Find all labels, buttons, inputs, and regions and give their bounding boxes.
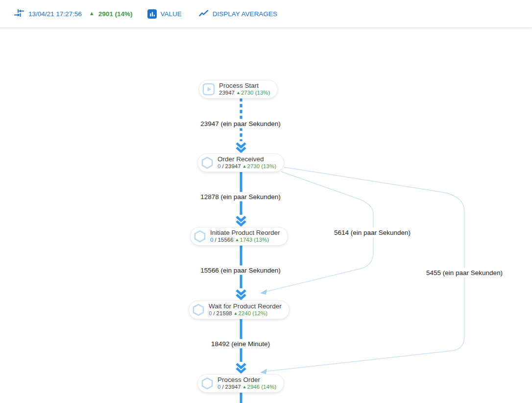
triangle-up-icon: ▲ [242,164,247,169]
node-count: 15566 [218,237,234,244]
node-process-order[interactable]: Process Order 0 / 23947 ▲2946 (14%) [197,374,284,393]
node-title: Wait for Product Reorder [209,302,282,310]
node-title: Process Order [218,376,276,384]
node-order-received[interactable]: Order Received 0 / 23947 ▲2730 (13%) [197,153,284,172]
value-button-label: VALUE [161,10,182,18]
node-count: 21598 [217,310,232,317]
compare-arrows-icon [14,9,24,19]
delta-badge: ▲ 2901 (14%) [89,10,133,18]
bar-chart-icon [147,9,157,19]
node-initiate-product-reorder[interactable]: Initiate Product Reorder 0 / 15566 ▲1743… [190,227,288,246]
edge-label: 18492 (eine Minute) [209,339,272,349]
edge-arrowhead-wait [260,289,267,295]
node-count: 23947 [225,384,241,391]
triangle-up-icon: ▲ [242,385,247,389]
node-current: 0 [209,310,212,317]
display-averages-button[interactable]: DISPLAY AVERAGES [199,9,277,19]
edge-label: 5455 (ein paar Sekunden) [424,268,505,277]
edge-label: 12878 (ein paar Sekunden) [198,192,283,202]
node-count: 23947 [219,90,235,97]
node-separator: / [215,237,216,244]
triangle-up-icon: ▲ [234,311,238,316]
node-process-start[interactable]: Process Start 23947 ▲2730 (13%) [199,80,278,99]
delta-badge-label: 2901 (14%) [98,10,133,18]
node-wait-for-product-reorder[interactable]: Wait for Product Reorder 0 / 21598 ▲2240… [189,301,290,319]
node-delta: ▲1743 (13%) [235,237,269,244]
node-delta: ▲2240 (12%) [234,310,267,317]
node-delta: ▲2730 (13%) [242,163,276,170]
node-title: Initiate Product Reorder [210,229,280,237]
edge-label: 15566 (ein paar Sekunden) [198,266,283,275]
edge-label: 23947 (ein paar Sekunden) [198,119,283,128]
node-delta: ▲2730 (13%) [236,90,270,97]
node-separator: / [222,384,223,391]
hexagon-icon [201,377,214,390]
hexagon-icon [192,303,205,316]
process-flow-canvas: 23947 (ein paar Sekunden) 12878 (ein paa… [0,28,532,403]
hexagon-icon [193,230,206,243]
toolbar: 13/04/21 17:27:56 ▲ 2901 (14%) VALUE DIS… [0,0,532,28]
node-delta: ▲2946 (14%) [242,384,276,391]
play-icon [202,83,215,96]
node-stats: 0 / 23947 ▲2730 (13%) [218,163,276,170]
node-separator: / [213,310,215,317]
edge-arrowhead-process-order [260,369,267,374]
edge-label: 5614 (ein paar Sekunden) [332,228,413,237]
triangle-up-icon: ▲ [89,11,95,16]
node-stats: 0 / 23947 ▲2946 (14%) [218,384,276,391]
node-stats: 0 / 15566 ▲1743 (13%) [210,237,280,244]
trend-line-icon [199,9,209,19]
node-current: 0 [218,163,220,170]
compare-dates-button[interactable]: 13/04/21 17:27:56 [14,9,82,19]
node-current: 0 [218,384,220,391]
triangle-up-icon: ▲ [236,91,241,95]
timestamp-label: 13/04/21 17:27:56 [28,10,82,18]
node-stats: 23947 ▲2730 (13%) [219,90,270,97]
node-title: Order Received [218,155,276,163]
node-current: 0 [210,237,213,244]
node-title: Process Start [219,82,270,90]
triangle-up-icon: ▲ [235,238,240,242]
display-averages-label: DISPLAY AVERAGES [213,10,277,18]
hexagon-icon [201,156,214,169]
node-count: 23947 [225,163,241,170]
node-stats: 0 / 21598 ▲2240 (12%) [209,310,282,317]
value-button[interactable]: VALUE [147,9,182,19]
node-separator: / [222,163,223,170]
